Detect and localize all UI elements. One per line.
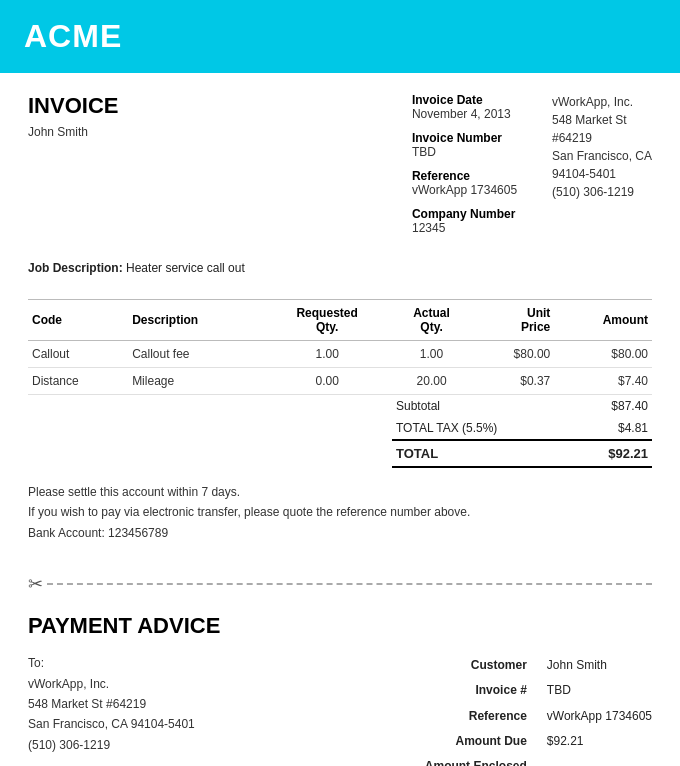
address-line5: 94104-5401	[552, 165, 652, 183]
reference-label: Reference	[412, 169, 532, 183]
invoice-left: INVOICE John Smith	[28, 93, 118, 245]
amount-enclosed-label: Amount Enclosed	[425, 754, 527, 766]
payment-meta: Customer Invoice # Reference Amount Due …	[425, 653, 652, 766]
tax-label: TOTAL TAX (5.5%)	[396, 421, 497, 435]
cell-description: Callout fee	[128, 341, 264, 368]
payment-advice-section: PAYMENT ADVICE To: vWorkApp, Inc. 548 Ma…	[0, 603, 680, 766]
dashed-line	[47, 583, 652, 585]
table-header-row: Code Description RequestedQty. ActualQty…	[28, 300, 652, 341]
col-code: Code	[28, 300, 128, 341]
totals-table: Subtotal $87.40 TOTAL TAX (5.5%) $4.81 T…	[392, 395, 652, 468]
address-line1: vWorkApp, Inc.	[552, 93, 652, 111]
total-label: TOTAL	[396, 446, 438, 461]
footer-line1: Please settle this account within 7 days…	[28, 482, 652, 502]
col-req-qty: RequestedQty.	[264, 300, 391, 341]
invoice-title: INVOICE	[28, 93, 118, 119]
payment-meta-values: John Smith TBD vWorkApp 1734605 $92.21	[547, 653, 652, 766]
cell-code: Callout	[28, 341, 128, 368]
invoice-number-value: TBD	[412, 145, 532, 159]
total-row: TOTAL $92.21	[392, 439, 652, 468]
col-act-qty: ActualQty.	[391, 300, 473, 341]
reference-block: Reference vWorkApp 1734605	[412, 169, 532, 197]
address-line4: San Francisco, CA	[552, 147, 652, 165]
client-name: John Smith	[28, 125, 118, 139]
payment-to-line3: San Francisco, CA 94104-5401	[28, 714, 195, 734]
invoice-date-block: Invoice Date November 4, 2013	[412, 93, 532, 121]
footer-line2: If you wish to pay via electronic transf…	[28, 502, 652, 522]
footer-notes: Please settle this account within 7 days…	[28, 482, 652, 563]
invoice-hash-value: TBD	[547, 678, 652, 703]
invoice-date-value: November 4, 2013	[412, 107, 532, 121]
cell-act-qty: 20.00	[391, 368, 473, 395]
customer-label: Customer	[425, 653, 527, 678]
customer-value: John Smith	[547, 653, 652, 678]
subtotal-label: Subtotal	[396, 399, 440, 413]
job-description: Job Description: Heater service call out	[28, 261, 652, 283]
company-number-value: 12345	[412, 221, 532, 235]
payment-to-line4: (510) 306-1219	[28, 735, 195, 755]
total-value: $92.21	[608, 446, 648, 461]
cell-unit-price: $0.37	[472, 368, 554, 395]
invoice-number-block: Invoice Number TBD	[412, 131, 532, 159]
company-name: ACME	[24, 18, 122, 54]
payment-to-line2: 548 Market St #64219	[28, 694, 195, 714]
totals-section: Subtotal $87.40 TOTAL TAX (5.5%) $4.81 T…	[28, 395, 652, 468]
payment-to-label: To:	[28, 653, 195, 673]
payment-reference-value: vWorkApp 1734605	[547, 704, 652, 729]
invoice-date-label: Invoice Date	[412, 93, 532, 107]
payment-to-line1: vWorkApp, Inc.	[28, 674, 195, 694]
scissors-icon: ✂	[28, 573, 43, 595]
col-unit-price: UnitPrice	[472, 300, 554, 341]
cell-description: Mileage	[128, 368, 264, 395]
invoice-table: Code Description RequestedQty. ActualQty…	[28, 299, 652, 395]
payment-bottom: To: vWorkApp, Inc. 548 Market St #64219 …	[28, 653, 652, 766]
address-line3: #64219	[552, 129, 652, 147]
cell-unit-price: $80.00	[472, 341, 554, 368]
company-number-label: Company Number	[412, 207, 532, 221]
cell-req-qty: 1.00	[264, 341, 391, 368]
invoice-right: Invoice Date November 4, 2013 Invoice Nu…	[412, 93, 652, 245]
payment-meta-labels: Customer Invoice # Reference Amount Due …	[425, 653, 527, 766]
invoice-meta: Invoice Date November 4, 2013 Invoice Nu…	[412, 93, 532, 245]
reference-value: vWorkApp 1734605	[412, 183, 532, 197]
invoice-number-label: Invoice Number	[412, 131, 532, 145]
header-bar: ACME	[0, 0, 680, 73]
amount-enclosed-underline[interactable]	[547, 756, 627, 766]
invoice-body: INVOICE John Smith Invoice Date November…	[0, 73, 680, 563]
company-number-block: Company Number 12345	[412, 207, 532, 235]
tax-value: $4.81	[618, 421, 648, 435]
job-description-value: Heater service call out	[126, 261, 245, 275]
amount-due-label: Amount Due	[425, 729, 527, 754]
address-line2: 548 Market St	[552, 111, 652, 129]
subtotal-row: Subtotal $87.40	[392, 395, 652, 417]
cut-line: ✂	[28, 563, 652, 603]
cell-amount: $80.00	[554, 341, 652, 368]
company-address: vWorkApp, Inc. 548 Market St #64219 San …	[552, 93, 652, 245]
cell-amount: $7.40	[554, 368, 652, 395]
table-row: Distance Mileage 0.00 20.00 $0.37 $7.40	[28, 368, 652, 395]
invoice-top: INVOICE John Smith Invoice Date November…	[28, 93, 652, 245]
payment-reference-label: Reference	[425, 704, 527, 729]
job-description-label: Job Description:	[28, 261, 123, 275]
col-description: Description	[128, 300, 264, 341]
cell-act-qty: 1.00	[391, 341, 473, 368]
subtotal-value: $87.40	[611, 399, 648, 413]
amount-due-value: $92.21	[547, 729, 652, 754]
col-amount: Amount	[554, 300, 652, 341]
tax-row: TOTAL TAX (5.5%) $4.81	[392, 417, 652, 439]
cell-code: Distance	[28, 368, 128, 395]
payment-advice-title: PAYMENT ADVICE	[28, 613, 652, 639]
amount-enclosed-value	[547, 754, 652, 766]
address-line6: (510) 306-1219	[552, 183, 652, 201]
footer-line3: Bank Account: 123456789	[28, 523, 652, 543]
cell-req-qty: 0.00	[264, 368, 391, 395]
payment-to: To: vWorkApp, Inc. 548 Market St #64219 …	[28, 653, 195, 766]
table-row: Callout Callout fee 1.00 1.00 $80.00 $80…	[28, 341, 652, 368]
invoice-hash-label: Invoice #	[425, 678, 527, 703]
